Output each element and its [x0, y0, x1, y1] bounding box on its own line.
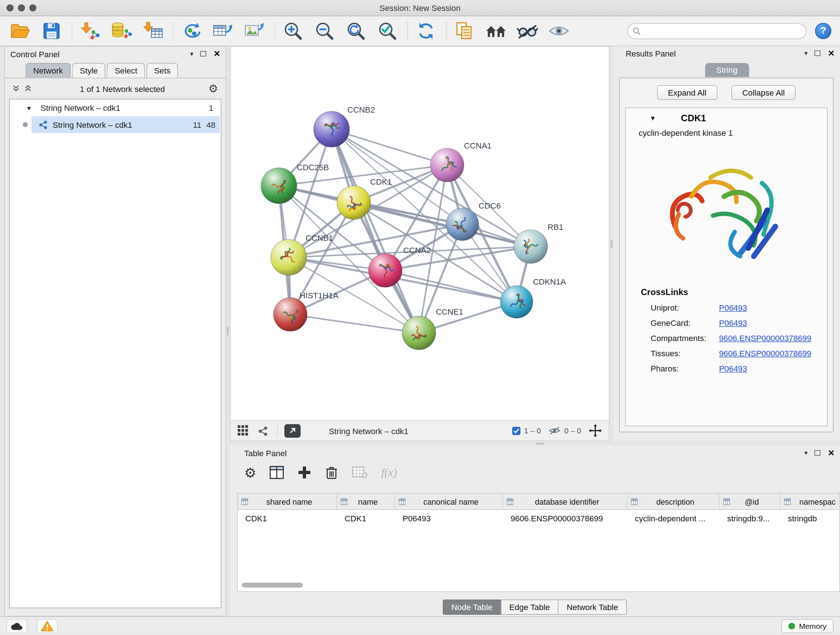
- horizontal-splitter-handle[interactable]: [536, 443, 545, 445]
- save-session-button[interactable]: [39, 19, 64, 43]
- table-cell[interactable]: CDK1: [337, 514, 395, 523]
- network-collection-row[interactable]: ▼ String Network – cdk1 1: [10, 100, 221, 117]
- network-node-ccne1[interactable]: [402, 316, 436, 350]
- panel-collapse-icon[interactable]: ▾: [805, 50, 808, 57]
- crosslink-link[interactable]: P06493: [719, 303, 747, 312]
- right-splitter-handle[interactable]: [611, 240, 613, 249]
- tab-network[interactable]: Network: [26, 63, 71, 78]
- gene-section-header[interactable]: ▼ CDK1: [626, 108, 827, 128]
- expander-triangle-icon[interactable]: ▼: [26, 105, 32, 111]
- export-table-button[interactable]: [210, 19, 235, 43]
- zoom-in-button[interactable]: [281, 19, 306, 43]
- crosslink-link[interactable]: P06493: [719, 318, 747, 328]
- string-show-eye-button[interactable]: [546, 19, 572, 43]
- column-header--id[interactable]: @id: [720, 494, 780, 510]
- pan-crosshair-button[interactable]: [589, 424, 602, 437]
- tab-string[interactable]: String: [705, 63, 749, 77]
- table-cell[interactable]: stringdb:9...: [720, 514, 780, 523]
- import-table-from-file-button[interactable]: [141, 19, 166, 43]
- network-node-cdc25b[interactable]: [261, 168, 297, 204]
- network-node-rb1[interactable]: [514, 230, 548, 264]
- close-window-button[interactable]: [6, 4, 14, 11]
- grid-view-button[interactable]: [238, 425, 248, 436]
- panel-collapse-icon[interactable]: ▾: [805, 449, 808, 457]
- network-options-gear-icon[interactable]: ⚙: [208, 83, 218, 94]
- panel-close-icon[interactable]: ✕: [213, 49, 220, 59]
- show-columns-button[interactable]: [270, 466, 285, 480]
- panel-float-icon[interactable]: [815, 51, 821, 56]
- import-network-from-database-button[interactable]: [109, 19, 134, 43]
- table-data-row[interactable]: CDK1CDK1P064939606.ENSP00000378699cyclin…: [238, 510, 840, 527]
- zoom-fit-button[interactable]: [344, 19, 369, 43]
- crosslink-link[interactable]: P06493: [719, 364, 747, 373]
- selected-checkbox[interactable]: [512, 426, 521, 435]
- tab-select[interactable]: Select: [107, 63, 145, 78]
- network-node-cdc6[interactable]: [446, 208, 478, 241]
- network-edge[interactable]: [385, 271, 516, 302]
- panel-float-icon[interactable]: [201, 51, 207, 57]
- cloud-sync-button[interactable]: [6, 619, 27, 633]
- zoom-selected-button[interactable]: [375, 19, 400, 43]
- export-image-button[interactable]: [242, 19, 267, 43]
- expander-triangle-icon[interactable]: ▼: [650, 114, 656, 122]
- network-edge[interactable]: [291, 315, 419, 333]
- crosslink-link[interactable]: 9606.ENSP00000378699: [719, 333, 812, 343]
- string-change-confidence-button[interactable]: [484, 19, 508, 43]
- string-protein-query-button[interactable]: [452, 19, 477, 43]
- zoom-window-button[interactable]: [29, 4, 36, 11]
- network-edge[interactable]: [419, 225, 462, 333]
- panel-collapse-icon[interactable]: ▾: [190, 50, 194, 57]
- network-row-selected[interactable]: String Network – cdk1 11 48: [10, 116, 221, 133]
- table-cell[interactable]: cyclin-dependent ...: [627, 514, 720, 523]
- network-node-ccna1[interactable]: [431, 149, 464, 182]
- string-hide-glasses-button[interactable]: [515, 19, 540, 43]
- new-network-button[interactable]: [179, 19, 204, 43]
- table-cell[interactable]: 9606.ENSP00000378699: [503, 514, 628, 523]
- apply-layout-button[interactable]: [414, 19, 439, 43]
- tab-style[interactable]: Style: [73, 63, 106, 78]
- panel-float-icon[interactable]: [815, 450, 821, 456]
- network-node-hist1h1a[interactable]: [273, 298, 307, 331]
- birdseye-view-button[interactable]: [258, 425, 268, 436]
- network-row-highlight[interactable]: String Network – cdk1 11 48: [32, 116, 220, 133]
- create-column-button[interactable]: [298, 466, 312, 480]
- column-header-namespac[interactable]: namespac: [780, 494, 840, 510]
- minimize-window-button[interactable]: [18, 4, 25, 11]
- network-node-ccnb2[interactable]: [314, 111, 349, 147]
- help-button[interactable]: ?: [815, 23, 831, 39]
- network-edge[interactable]: [332, 129, 419, 333]
- left-splitter-handle[interactable]: [227, 327, 229, 336]
- tab-network-table[interactable]: Network Table: [558, 600, 627, 615]
- delete-column-button[interactable]: [325, 465, 339, 480]
- collapse-all-networks-button[interactable]: [13, 85, 20, 92]
- open-in-new-window-button[interactable]: [284, 424, 301, 438]
- column-header-database-identifier[interactable]: database identifier: [503, 494, 628, 510]
- network-node-ccnb1[interactable]: [271, 240, 307, 276]
- column-header-name[interactable]: name: [337, 494, 395, 510]
- search-input[interactable]: [641, 25, 806, 38]
- collapse-all-button[interactable]: Collapse All: [731, 86, 796, 100]
- warnings-button[interactable]: [37, 619, 57, 633]
- panel-close-icon[interactable]: ✕: [828, 448, 835, 458]
- table-options-gear-icon[interactable]: ⚙: [244, 466, 256, 479]
- network-canvas[interactable]: CCNB2CCNA1CDC25BCDK1CDC6RB1CCNB1CCNA2CDK…: [231, 47, 609, 420]
- network-node-cdk1[interactable]: [337, 186, 371, 219]
- memory-button[interactable]: Memory: [782, 619, 834, 633]
- tab-sets[interactable]: Sets: [147, 63, 178, 78]
- network-node-ccna2[interactable]: [369, 254, 402, 287]
- table-cell[interactable]: stringdb: [780, 514, 840, 523]
- tab-node-table[interactable]: Node Table: [443, 600, 501, 615]
- column-header-canonical-name[interactable]: canonical name: [395, 494, 503, 510]
- tab-edge-table[interactable]: Edge Table: [501, 600, 559, 615]
- horizontal-scrollbar[interactable]: [242, 583, 303, 588]
- table-cell[interactable]: CDK1: [238, 514, 337, 523]
- network-node-cdkn1a[interactable]: [500, 286, 533, 318]
- column-header-shared-name[interactable]: shared name: [238, 494, 337, 510]
- import-network-from-file-button[interactable]: [78, 19, 103, 43]
- panel-close-icon[interactable]: ✕: [828, 49, 835, 58]
- crosslink-link[interactable]: 9606.ENSP00000378699: [719, 348, 812, 358]
- table-cell[interactable]: P06493: [395, 514, 503, 523]
- expand-all-networks-button[interactable]: [25, 85, 32, 92]
- zoom-out-button[interactable]: [312, 19, 337, 43]
- column-header-description[interactable]: description: [627, 494, 720, 510]
